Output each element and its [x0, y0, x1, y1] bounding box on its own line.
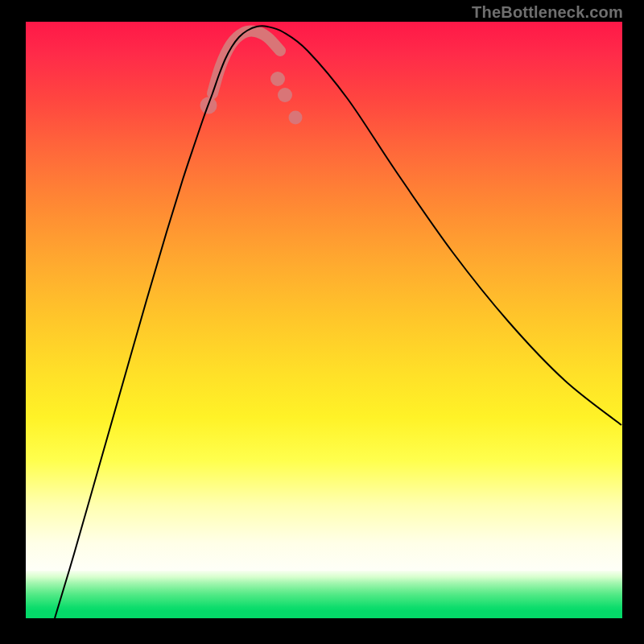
tick-right-3 [289, 111, 303, 125]
tick-right-2 [278, 88, 292, 102]
chart-svg [26, 22, 622, 618]
chart-frame: TheBottleneck.com [0, 0, 644, 644]
optimal-marker-line [213, 31, 280, 93]
watermark-text: TheBottleneck.com [472, 3, 623, 22]
bottleneck-curve-line [55, 26, 621, 618]
plot-area [26, 22, 622, 618]
tick-right-1 [270, 72, 285, 86]
